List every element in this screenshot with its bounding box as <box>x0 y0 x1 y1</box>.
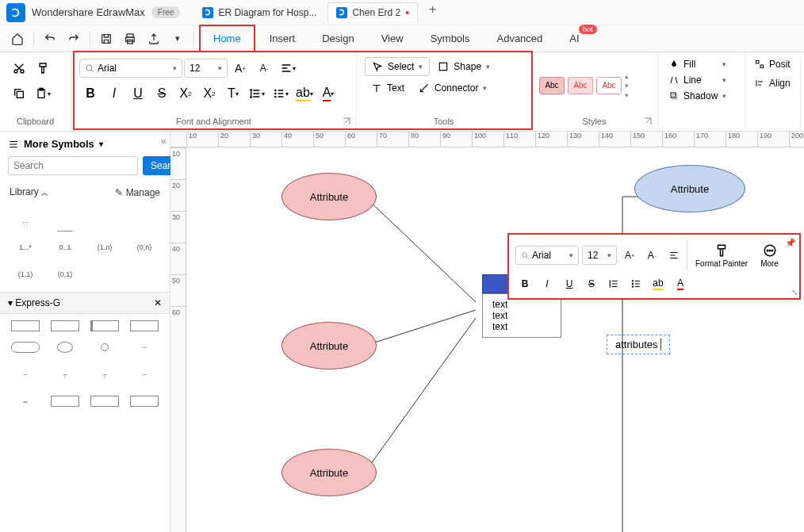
card-sym[interactable]: (0,1) <box>48 263 82 285</box>
card-sym[interactable] <box>57 209 73 232</box>
attribute-node-1[interactable]: Attribute <box>281 173 377 220</box>
sidebar-header[interactable]: More Symbols ▾ <box>0 132 170 156</box>
menu-advanced[interactable]: Advanced <box>484 26 555 51</box>
exp-shape[interactable] <box>11 320 40 331</box>
exp-shape[interactable] <box>130 320 159 331</box>
text-direction-button[interactable]: T▾ <box>222 82 244 105</box>
more-button[interactable]: ▾ <box>167 28 189 50</box>
card-sym[interactable] <box>127 209 162 232</box>
float-italic[interactable]: I <box>538 274 557 293</box>
position-button[interactable]: Posit <box>753 57 792 71</box>
highlight-button[interactable]: ab▾ <box>293 82 316 105</box>
home-icon[interactable] <box>6 28 29 50</box>
expand-icon[interactable] <box>643 117 653 126</box>
menu-ai[interactable]: AI hot <box>557 26 592 51</box>
float-align[interactable] <box>664 246 683 265</box>
card-sym[interactable] <box>127 263 162 285</box>
italic-button[interactable]: I <box>103 82 125 105</box>
cut-button[interactable] <box>8 57 30 79</box>
exp-shape[interactable]: ─ <box>8 363 43 385</box>
exp-shape[interactable] <box>130 396 159 407</box>
shadow-button[interactable]: Shadow▾ <box>666 89 729 103</box>
bullet-list-button[interactable]: ▾ <box>270 82 292 105</box>
attribute-node-2[interactable]: Attribute <box>281 322 377 369</box>
redo-button[interactable] <box>63 28 85 50</box>
style-swatch-3[interactable]: Abc <box>596 77 622 94</box>
line-spacing-button[interactable]: ▾ <box>246 82 268 105</box>
menu-design[interactable]: Design <box>309 26 366 51</box>
select-tool[interactable]: Select ▾ <box>365 57 430 76</box>
exp-shape[interactable]: ═ <box>8 390 43 412</box>
float-decrease-font[interactable]: A- <box>642 246 661 265</box>
close-section-icon[interactable]: ✕ <box>154 297 162 308</box>
exp-shape[interactable]: ┬ <box>87 363 122 385</box>
tab-chen-erd[interactable]: Ͻ Chen Erd 2 • <box>327 2 418 22</box>
float-highlight[interactable]: ab <box>649 274 668 293</box>
menu-view[interactable]: View <box>369 26 416 51</box>
tab-er-diagram[interactable]: Ͻ ER Diagram for Hosp... <box>194 2 324 22</box>
manage-button[interactable]: ✎ Manage <box>115 187 160 198</box>
print-button[interactable] <box>119 28 141 50</box>
float-strike[interactable]: S <box>582 274 601 293</box>
menu-home[interactable]: Home <box>199 25 255 52</box>
card-sym[interactable] <box>87 209 122 232</box>
new-tab-button[interactable]: + <box>421 2 444 22</box>
style-swatch-1[interactable]: Abc <box>539 77 565 94</box>
style-swatch-2[interactable]: Abc <box>568 77 593 94</box>
float-underline[interactable]: U <box>560 274 579 293</box>
bold-button[interactable]: B <box>79 82 101 105</box>
exp-shape[interactable] <box>90 396 119 407</box>
attribute-node-3[interactable]: Attribute <box>281 449 377 496</box>
float-expand-icon[interactable]: ⤡ <box>791 288 798 297</box>
attribute-node-4[interactable]: Attribute <box>634 165 745 212</box>
connector-tool[interactable]: Connector ▾ <box>412 79 493 97</box>
card-sym[interactable]: (0,n) <box>127 236 162 258</box>
section-express-g[interactable]: ▾ Express-G ✕ <box>0 292 170 314</box>
card-sym[interactable]: 1...* <box>8 236 43 258</box>
exp-shape[interactable] <box>87 336 122 358</box>
font-size-select[interactable]: 12 ▾ <box>184 59 228 78</box>
library-toggle[interactable]: Library ︽ <box>10 186 48 198</box>
exp-shape[interactable] <box>48 336 82 358</box>
entity-textbox[interactable]: text text text <box>482 293 561 338</box>
shape-tool[interactable]: Shape ▾ <box>431 58 496 75</box>
menu-insert[interactable]: Insert <box>257 26 308 51</box>
menu-symbols[interactable]: Symbols <box>418 26 483 51</box>
font-color-button[interactable]: A▾ <box>317 82 339 105</box>
save-button[interactable] <box>95 28 117 50</box>
float-line-spacing[interactable] <box>604 274 623 293</box>
style-scroller[interactable]: ▴▾▾ <box>625 72 629 99</box>
exp-shape[interactable] <box>11 342 40 353</box>
font-family-select[interactable]: Arial ▾ <box>79 59 182 78</box>
pin-icon[interactable]: 📌 <box>785 238 796 248</box>
float-size-select[interactable]: 12▾ <box>582 246 617 265</box>
format-brush-button[interactable] <box>32 57 54 79</box>
float-increase-font[interactable]: A+ <box>620 246 639 265</box>
canvas[interactable]: Attribute Attribute Attribute Attribute … <box>186 147 804 532</box>
exp-shape[interactable] <box>51 396 79 407</box>
float-more[interactable]: More <box>756 242 783 270</box>
strikethrough-button[interactable]: S <box>151 82 173 105</box>
float-bullets[interactable] <box>626 274 645 293</box>
float-font-select[interactable]: Arial▾ <box>515 246 579 265</box>
float-bold[interactable]: B <box>515 274 534 293</box>
exp-shape[interactable]: ─ <box>127 363 162 385</box>
collapse-sidebar-icon[interactable]: « <box>161 135 167 147</box>
search-input[interactable] <box>8 156 138 175</box>
editing-text-node[interactable]: attributes <box>607 335 670 354</box>
subscript-button[interactable]: X2 <box>198 82 220 105</box>
line-button[interactable]: Line▾ <box>666 73 729 87</box>
share-button[interactable] <box>143 28 165 50</box>
float-format-painter[interactable]: Format Painter <box>691 242 752 270</box>
exp-shape[interactable]: ─ <box>127 336 162 358</box>
expand-icon[interactable] <box>342 117 351 126</box>
decrease-font-button[interactable]: A- <box>253 57 275 79</box>
superscript-button[interactable]: X2 <box>174 82 197 105</box>
undo-button[interactable] <box>39 28 61 50</box>
exp-shape[interactable] <box>90 320 119 331</box>
underline-button[interactable]: U <box>127 82 149 105</box>
card-sym[interactable]: ... <box>8 209 43 232</box>
card-sym[interactable]: 0..1 <box>48 236 82 258</box>
align-button[interactable]: Align <box>753 76 792 90</box>
copy-button[interactable] <box>8 82 30 105</box>
